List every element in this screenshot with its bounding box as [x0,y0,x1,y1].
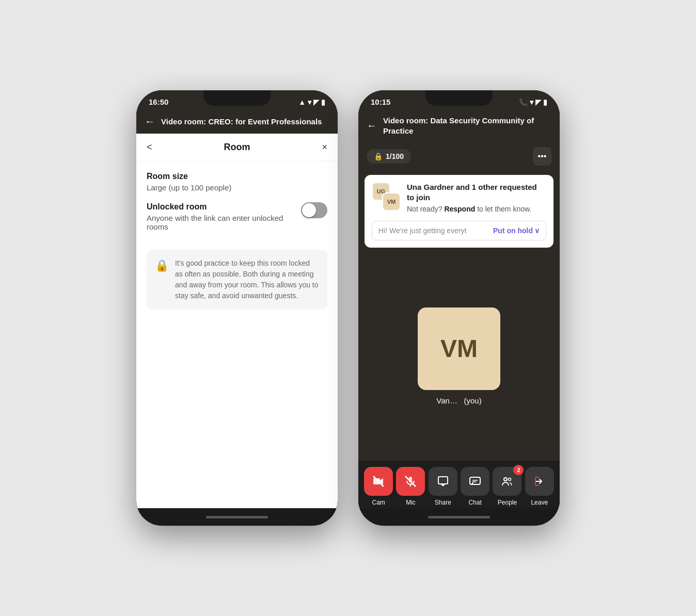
room-count-text: 1/100 [386,152,404,160]
info-box: 🔒 It's good practice to keep this room l… [147,250,327,310]
participant-tile: VM [418,307,500,390]
room-size-section: Room size Large (up to 100 people) [147,172,327,192]
put-on-hold-button[interactable]: Put on hold ∨ [493,226,540,235]
notch-1 [203,90,271,106]
bottom-toolbar: Cam Mic [358,461,560,508]
chat-icon [461,467,489,496]
phone2-content: 🔒 1/100 ••• UG VM Una Gardner an [358,142,560,508]
participant-initials: VM [440,334,478,363]
room-size-label: Room size [147,172,327,181]
leave-button[interactable]: Leave [525,467,554,506]
header-1: ← Video room: CREO: for Event Profession… [136,109,338,134]
svg-rect-3 [409,477,412,482]
request-subtitle: Not ready? Respond to let them know. [407,204,546,215]
back-button-1[interactable]: ← [145,116,155,127]
video-area: VM Van… (you) [358,252,560,461]
request-input-row[interactable]: Hi! We're just getting everyt Put on hol… [372,221,546,240]
signal-icon: ▲ [298,98,306,106]
home-indicator-1 [136,508,338,526]
svg-point-12 [509,478,511,481]
battery-icon: ▮ [321,98,325,106]
request-input-text: Hi! We're just getting everyt [378,226,489,235]
more-options-button[interactable]: ••• [533,147,551,166]
cam-icon [364,467,393,496]
request-info: Una Gardner and 1 other requested to joi… [407,182,546,215]
request-subtitle-not-ready: Not ready? [407,205,442,213]
unlocked-room-section: Unlocked room Anyone with the link can e… [147,202,327,241]
back-button-2[interactable]: ← [367,120,377,132]
request-top: UG VM Una Gardner and 1 other requested … [372,182,546,215]
home-bar-2 [428,516,490,518]
unlocked-room-text: Unlocked room Anyone with the link can e… [147,202,293,241]
request-title: Una Gardner and 1 other requested to joi… [407,182,546,202]
svg-rect-8 [470,477,480,484]
share-button[interactable]: Share [429,467,457,506]
status-icons-1: ▲ ▾ ◤ ▮ [298,98,325,106]
phone-1: 16:50 ▲ ▾ ◤ ▮ ← Video room: CREO: for Ev… [136,90,338,526]
unlocked-room-label: Unlocked room [147,202,293,212]
signal-bars-icon: ◤ [313,98,319,106]
header-title-2: Video room: Data Security Community of P… [383,116,551,136]
call-icon: 📞 [519,98,528,106]
participant-name: Van… (you) [436,396,481,405]
share-label: Share [435,499,451,506]
room-badge-row: 🔒 1/100 ••• [358,142,560,171]
request-respond-link[interactable]: Respond [444,205,475,213]
time-2: 10:15 [371,98,390,106]
share-icon [429,467,457,496]
chat-label: Chat [468,499,481,506]
modal-back-button[interactable]: < [147,142,152,153]
put-on-hold-chevron: ∨ [534,226,540,235]
svg-rect-1 [373,478,380,484]
participant-you-label: (you) [464,396,481,405]
unlocked-room-toggle[interactable] [301,202,327,218]
svg-point-11 [504,478,507,481]
header-title-1: Video room: CREO: for Event Professional… [161,117,329,127]
home-indicator-2 [358,508,560,526]
info-text: It's good practice to keep this room loc… [175,258,319,301]
room-size-value: Large (up to 100 people) [147,183,327,192]
lock-icon-badge: 🔒 [374,152,383,160]
chat-button[interactable]: Chat [461,467,489,506]
participant-name-text: Van… [436,396,457,405]
mic-icon [396,467,425,496]
cam-button[interactable]: Cam [364,467,393,506]
people-button[interactable]: 2 People [493,467,521,506]
cam-label: Cam [372,499,385,506]
wifi-icon-2: ▾ [530,98,533,106]
svg-rect-7 [442,485,444,486]
phone1-content: < Room × Room size Large (up to 100 peop… [136,134,338,508]
leave-label: Leave [531,499,548,506]
request-subtitle-end: to let them know. [477,205,531,213]
home-bar-1 [206,516,268,518]
modal-header: < Room × [136,134,338,161]
mic-label: Mic [406,499,416,506]
request-card: UG VM Una Gardner and 1 other requested … [365,175,553,248]
svg-rect-6 [441,484,445,485]
mic-button[interactable]: Mic [396,467,425,506]
room-count-badge: 🔒 1/100 [367,149,411,164]
avatar-vm: VM [382,192,401,211]
leave-icon [525,467,554,496]
avatar-vm-initials: VM [387,199,396,205]
svg-rect-5 [438,477,448,484]
put-on-hold-label: Put on hold [493,226,533,235]
notch-2 [425,90,493,106]
signal-bars-icon-2: ◤ [535,98,541,106]
people-badge: 2 [513,465,524,475]
room-settings: Room size Large (up to 100 people) Unloc… [136,161,338,508]
phone-2: 10:15 📞 ▾ ◤ ▮ ← Video room: Data Securit… [358,90,560,526]
avatars-stack: UG VM [372,182,401,211]
people-icon: 2 [493,467,521,496]
people-label: People [498,499,517,506]
header-2: ← Video room: Data Security Community of… [358,109,560,142]
lock-icon: 🔒 [155,259,169,272]
wifi-icon: ▾ [308,98,311,106]
modal-title: Room [224,142,250,153]
unlocked-room-description: Anyone with the link can enter unlocked … [147,214,293,231]
status-icons-2: 📞 ▾ ◤ ▮ [519,98,547,106]
time-1: 16:50 [149,98,168,106]
battery-icon-2: ▮ [543,98,547,106]
modal-close-button[interactable]: × [322,142,327,153]
